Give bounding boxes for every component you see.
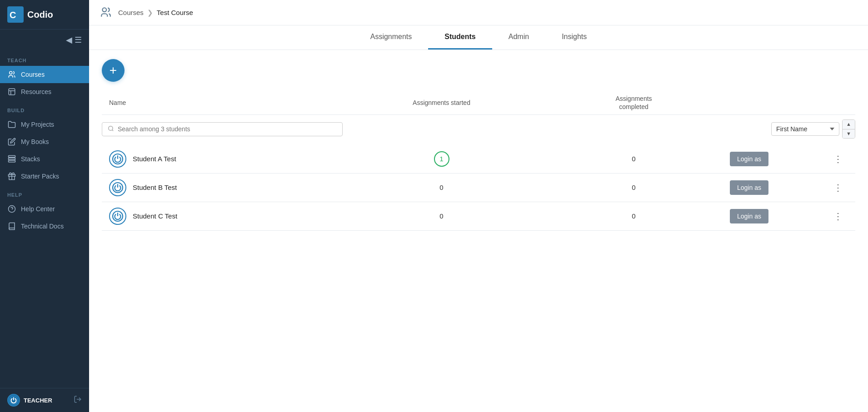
svg-text:C: C: [10, 10, 16, 20]
table-row: Student B Test 0 0 Login as ⋮: [102, 174, 855, 202]
login-as-cell: Login as: [730, 152, 830, 166]
tab-students[interactable]: Students: [428, 25, 492, 50]
more-options-cell: ⋮: [830, 209, 848, 223]
breadcrumb-arrow: ❯: [147, 9, 153, 17]
svg-rect-3: [9, 89, 15, 95]
login-as-cell: Login as: [730, 180, 830, 195]
table-header: Name Assignments started Assignmentscomp…: [102, 91, 855, 115]
sidebar-item-starter-packs[interactable]: Starter Packs: [0, 168, 89, 185]
search-box[interactable]: [102, 122, 343, 136]
sidebar: C Codio ◀ ☰ TEACH Courses Resources BUIL…: [0, 0, 89, 412]
more-options-cell: ⋮: [830, 180, 848, 195]
sidebar-item-help-center-label: Help Center: [21, 205, 55, 213]
stacks-icon: [7, 154, 16, 164]
breadcrumb: Courses ❯ Test Course: [118, 9, 193, 17]
codio-logo-icon: C: [7, 6, 24, 23]
sidebar-item-my-projects[interactable]: My Projects: [0, 116, 89, 133]
sort-descending-button[interactable]: ▼: [843, 129, 855, 138]
svg-point-14: [109, 126, 113, 130]
power-ring-icon: [111, 210, 124, 223]
assignments-started: 0: [345, 184, 538, 191]
user-name: TEACHER: [24, 397, 74, 404]
tab-insights[interactable]: Insights: [545, 25, 603, 50]
power-ring-icon: [111, 181, 124, 194]
add-student-button[interactable]: +: [102, 59, 125, 82]
assignments-started: 1: [345, 151, 538, 167]
sidebar-item-stacks[interactable]: Stacks: [0, 150, 89, 168]
sidebar-section-teach: TEACH: [0, 50, 89, 66]
tab-assignments[interactable]: Assignments: [354, 25, 429, 50]
sidebar-bottom: TEACHER: [0, 388, 89, 412]
login-as-button[interactable]: Login as: [730, 180, 768, 195]
table-row: Student A Test 1 0 Login as ⋮: [102, 145, 855, 174]
sidebar-item-courses-label: Courses: [21, 71, 45, 78]
col-header-assignments-started: Assignments started: [345, 99, 538, 106]
login-as-button[interactable]: Login as: [730, 209, 768, 223]
avatar: [7, 394, 20, 407]
user-power-icon: [9, 395, 19, 405]
logo-area: C Codio: [0, 0, 89, 30]
sidebar-item-technical-docs[interactable]: Technical Docs: [0, 218, 89, 235]
more-options-button[interactable]: ⋮: [830, 209, 846, 223]
search-sort-row: First Name Last Name Email ▲ ▼: [102, 115, 855, 143]
col-header-name: Name: [109, 99, 345, 106]
my-projects-icon: [7, 120, 16, 129]
sort-select[interactable]: First Name Last Name Email: [771, 122, 839, 136]
svg-rect-5: [9, 158, 15, 160]
more-options-button[interactable]: ⋮: [830, 152, 846, 166]
assignments-completed: 0: [538, 155, 730, 163]
hamburger-icon: ◀ ☰: [66, 35, 82, 45]
sort-direction-buttons: ▲ ▼: [842, 119, 855, 138]
student-name-cell: Student C Test: [109, 208, 345, 225]
sidebar-item-my-books[interactable]: My Books: [0, 133, 89, 150]
student-name: Student C Test: [133, 212, 177, 220]
sidebar-item-courses[interactable]: Courses: [0, 66, 89, 83]
col-header-assignments-completed: Assignmentscompleted: [538, 94, 730, 111]
svg-point-13: [102, 8, 106, 12]
svg-rect-4: [9, 156, 15, 158]
power-ring-icon: [111, 153, 124, 165]
tab-admin[interactable]: Admin: [492, 25, 545, 50]
student-name-cell: Student A Test: [109, 150, 345, 168]
assignments-completed: 0: [538, 184, 730, 191]
student-name-cell: Student B Test: [109, 179, 345, 196]
sort-ascending-button[interactable]: ▲: [843, 120, 855, 129]
student-name: Student B Test: [133, 184, 177, 191]
login-as-cell: Login as: [730, 209, 830, 223]
table-row: Student C Test 0 0 Login as ⋮: [102, 202, 855, 231]
sidebar-item-stacks-label: Stacks: [21, 155, 40, 163]
sidebar-toggle[interactable]: ◀ ☰: [0, 30, 89, 50]
sidebar-item-my-books-label: My Books: [21, 138, 49, 145]
breadcrumb-current: Test Course: [157, 9, 193, 16]
svg-line-15: [112, 129, 114, 131]
breadcrumb-parent[interactable]: Courses: [118, 9, 144, 16]
sidebar-item-starter-packs-label: Starter Packs: [21, 173, 59, 180]
my-books-icon: [7, 137, 16, 146]
starter-packs-icon: [7, 172, 16, 181]
assignments-started: 0: [345, 212, 538, 220]
topbar: Courses ❯ Test Course: [89, 0, 868, 25]
avatar: [109, 150, 126, 168]
search-input[interactable]: [118, 125, 337, 133]
sort-controls: First Name Last Name Email ▲ ▼: [771, 119, 855, 138]
sidebar-item-help-center[interactable]: Help Center: [0, 200, 89, 218]
login-as-button[interactable]: Login as: [730, 152, 768, 166]
avatar: [109, 179, 126, 196]
content-area: + Name Assignments started Assignmentsco…: [89, 50, 868, 412]
main-content: Courses ❯ Test Course Assignments Studen…: [89, 0, 868, 412]
help-center-icon: [7, 204, 16, 213]
sidebar-section-help: HELP: [0, 185, 89, 200]
sidebar-section-build: BUILD: [0, 100, 89, 116]
more-options-cell: ⋮: [830, 152, 848, 166]
avatar: [109, 208, 126, 225]
svg-rect-6: [9, 160, 15, 162]
more-options-button[interactable]: ⋮: [830, 180, 846, 195]
logout-icon[interactable]: [74, 395, 82, 405]
logo-text: Codio: [27, 10, 53, 20]
tab-bar: Assignments Students Admin Insights: [89, 25, 868, 50]
sidebar-item-resources[interactable]: Resources: [0, 83, 89, 100]
technical-docs-icon: [7, 222, 16, 231]
sidebar-user: TEACHER: [0, 388, 89, 412]
search-icon: [108, 125, 114, 133]
assignments-completed: 0: [538, 212, 730, 220]
